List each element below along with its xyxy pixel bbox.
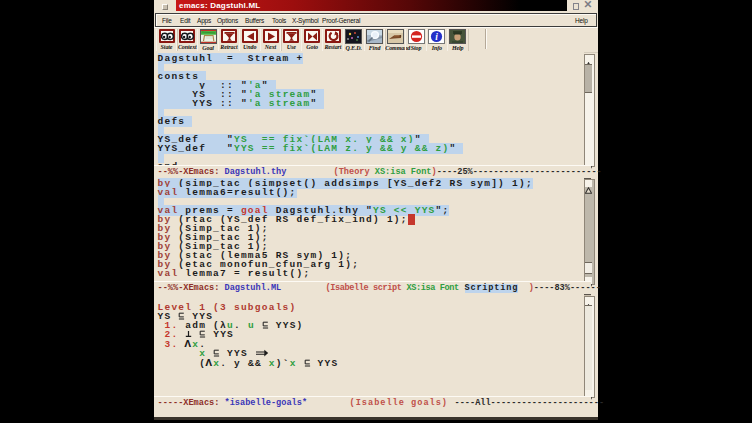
svg-text:i: i (436, 32, 439, 42)
